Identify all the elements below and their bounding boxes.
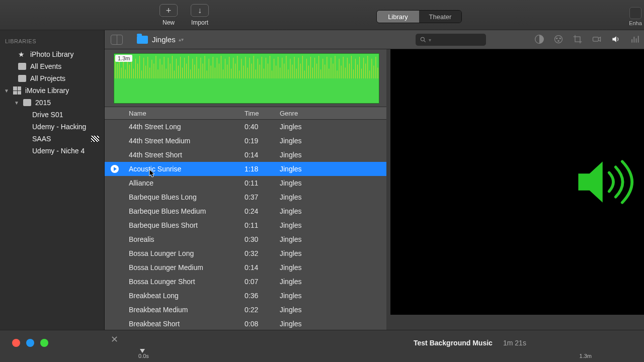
square-icon: [18, 63, 26, 70]
media-browser: 1.3m Name Time Genre 44th Street Long0: [105, 49, 386, 330]
table-row[interactable]: 44th Street Short0:14Jingles: [105, 148, 386, 162]
track-time: 0:37: [245, 193, 280, 201]
sidebar: LIBRARIES ★ iPhoto Library All Events Al…: [0, 30, 105, 330]
svg-point-0: [421, 37, 424, 41]
enhance-button[interactable]: Enha: [627, 7, 644, 26]
disclosure-triangle-icon[interactable]: ▼: [4, 88, 9, 94]
track-time: 0:24: [245, 207, 280, 215]
timeline-start: 0.0s: [138, 353, 149, 359]
import-button[interactable]: ↓ Import: [187, 4, 212, 26]
sidebar-item-drive[interactable]: Drive S01: [0, 109, 104, 121]
sidebar-item-iphoto[interactable]: ★ iPhoto Library: [0, 48, 104, 60]
table-row[interactable]: Bossa Lounger Long0:32Jingles: [105, 246, 386, 260]
breadcrumb-title[interactable]: Jingles: [152, 35, 176, 44]
track-name: Breakbeat Long: [125, 292, 245, 300]
table-row[interactable]: Breakbeat Medium0:22Jingles: [105, 303, 386, 317]
sidebar-item-saas[interactable]: SAAS: [0, 133, 104, 145]
table-row[interactable]: Barbeque Blues Long0:37Jingles: [105, 190, 386, 204]
table-row[interactable]: Bossa Lounger Medium0:14Jingles: [105, 260, 386, 275]
volume-icon[interactable]: [611, 34, 621, 44]
table-row[interactable]: 44th Street Medium0:19Jingles: [105, 134, 386, 148]
column-header-genre[interactable]: Genre: [280, 110, 340, 117]
track-time: 0:22: [245, 306, 280, 314]
sidebar-item-label: Udemy - Hacking: [32, 123, 86, 131]
track-name: Bossa Lounger Medium: [125, 263, 245, 272]
column-header-time[interactable]: Time: [245, 110, 280, 117]
waveform-preview[interactable]: 1.3m: [114, 53, 379, 104]
waveform-icon: [114, 54, 379, 103]
svg-rect-7: [593, 37, 599, 41]
sidebar-item-label: iPhoto Library: [30, 50, 73, 58]
track-name: Barbeque Blues Short: [125, 221, 245, 229]
timeline-title: Test Background Music: [414, 339, 493, 347]
column-header-name[interactable]: Name: [125, 110, 245, 117]
disclosure-triangle-icon[interactable]: ▼: [14, 100, 19, 106]
camera-icon[interactable]: [592, 34, 602, 44]
table-row[interactable]: Breakbeat Short0:08Jingles: [105, 317, 386, 330]
dot-green[interactable]: [40, 339, 48, 347]
track-time: 0:30: [245, 235, 280, 243]
track-name: 44th Street Short: [125, 151, 245, 159]
folder-icon: [137, 36, 148, 44]
sidebar-item-label: All Projects: [30, 74, 65, 82]
sidebar-item-niche4[interactable]: Udemy - Niche 4: [0, 145, 104, 157]
chevron-updown-icon[interactable]: ▴▾: [179, 37, 184, 42]
table-row[interactable]: 44th Street Long0:40Jingles: [105, 120, 386, 134]
toggle-sidebar-button[interactable]: [111, 35, 123, 45]
preview-pane: [390, 49, 644, 315]
track-name: Barbeque Blues Long: [125, 193, 245, 201]
waveform-duration-tag: 1.3m: [115, 55, 132, 62]
dot-blue[interactable]: [26, 339, 34, 347]
balance-icon[interactable]: [534, 34, 544, 44]
download-icon: ↓: [198, 6, 202, 15]
table-row[interactable]: Barbeque Blues Short0:11Jingles: [105, 218, 386, 232]
table-row[interactable]: Barbeque Blues Medium0:24Jingles: [105, 204, 386, 218]
table-row[interactable]: Breakbeat Long0:36Jingles: [105, 289, 386, 303]
close-button[interactable]: ✕: [111, 334, 118, 345]
color-icon[interactable]: [553, 34, 564, 44]
track-name: Breakbeat Medium: [125, 306, 245, 314]
preview-tool-icons: [534, 34, 640, 44]
tab-theater[interactable]: Theater: [419, 11, 461, 23]
enhance-label: Enha: [629, 20, 642, 26]
track-name: Breakbeat Short: [125, 320, 245, 328]
track-genre: Jingles: [280, 278, 340, 286]
import-button-label: Import: [191, 19, 208, 26]
track-time: 0:07: [245, 278, 280, 286]
play-icon[interactable]: [111, 165, 119, 173]
table-row[interactable]: Borealis0:30Jingles: [105, 232, 386, 246]
track-genre: Jingles: [280, 123, 340, 131]
track-genre: Jingles: [280, 179, 340, 187]
crop-icon[interactable]: [573, 34, 583, 44]
traffic-lights: [12, 339, 48, 347]
sidebar-item-allprojects[interactable]: All Projects: [0, 72, 104, 84]
table-row[interactable]: Alliance0:11Jingles: [105, 176, 386, 190]
sidebar-item-2015[interactable]: ▼ 2015: [0, 97, 104, 109]
new-button[interactable]: + New: [156, 4, 181, 26]
track-list[interactable]: 44th Street Long0:40Jingles44th Street M…: [105, 120, 386, 330]
bottom-bar: ✕ Test Background Music 1m 21s 0.0s 1.3m: [0, 330, 644, 362]
table-row[interactable]: Acoustic Sunrise1:18Jingles: [105, 162, 386, 176]
track-name: 44th Street Medium: [125, 137, 245, 145]
search-input[interactable]: ▾: [416, 34, 486, 46]
tab-library[interactable]: Library: [377, 11, 419, 23]
dot-red[interactable]: [12, 339, 20, 347]
grid-icon: [13, 86, 21, 95]
sidebar-item-imovie[interactable]: ▼ iMovie Library: [0, 84, 104, 97]
table-header: Name Time Genre: [105, 107, 386, 120]
playhead-icon[interactable]: [140, 349, 145, 353]
sidebar-item-allevents[interactable]: All Events: [0, 60, 104, 72]
svg-point-5: [559, 38, 561, 39]
speaker-icon: [575, 152, 640, 212]
table-row[interactable]: Bossa Lounger Short0:07Jingles: [105, 275, 386, 289]
track-name: Borealis: [125, 235, 245, 243]
svg-line-1: [424, 41, 426, 42]
track-time: 0:19: [245, 137, 280, 145]
search-icon: [420, 36, 427, 43]
square-icon: [18, 75, 26, 82]
clapper-icon: [91, 136, 99, 142]
equalizer-icon[interactable]: [630, 34, 640, 44]
track-time: 0:14: [245, 151, 280, 159]
track-name: Bossa Lounger Short: [125, 278, 245, 286]
sidebar-item-hacking[interactable]: Udemy - Hacking: [0, 121, 104, 133]
